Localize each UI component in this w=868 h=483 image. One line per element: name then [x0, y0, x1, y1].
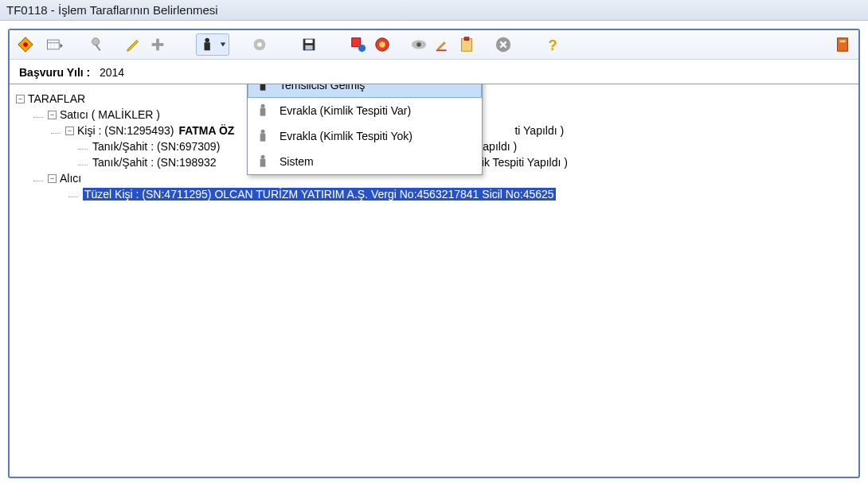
sign-icon[interactable]	[432, 33, 454, 56]
svg-rect-19	[305, 45, 312, 49]
svg-point-21	[358, 45, 366, 52]
svg-rect-27	[462, 39, 472, 52]
svg-rect-20	[352, 38, 361, 47]
svg-rect-33	[838, 38, 848, 52]
svg-rect-2	[47, 40, 59, 49]
svg-rect-40	[260, 108, 266, 116]
svg-rect-28	[464, 37, 469, 41]
svg-marker-6	[61, 44, 63, 49]
svg-point-12	[205, 38, 209, 43]
year-label: Başvuru Yılı :	[19, 66, 90, 79]
svg-rect-38	[260, 84, 266, 91]
svg-point-43	[261, 155, 265, 159]
compass-icon[interactable]	[14, 33, 37, 56]
svg-text:?: ?	[549, 37, 557, 53]
header-row: Başvuru Yılı : 2014	[10, 60, 858, 84]
svg-rect-42	[260, 134, 266, 142]
svg-rect-26	[436, 49, 447, 51]
svg-rect-13	[204, 42, 209, 50]
dropdown-item-sistem[interactable]: Sistem	[248, 149, 482, 174]
plus-icon[interactable]	[147, 33, 169, 56]
tree-view[interactable]: − TARAFLAR − Satıcı ( MALİKLER ) − Kişi …	[10, 84, 858, 477]
person-icon	[254, 128, 272, 144]
help-icon[interactable]: ?	[542, 33, 564, 56]
year-value: 2014	[100, 66, 124, 79]
person-icon	[254, 103, 272, 119]
pin-icon[interactable]	[86, 33, 108, 56]
svg-point-41	[261, 130, 265, 134]
collapse-icon[interactable]: −	[48, 111, 57, 119]
clipboard-icon[interactable]	[456, 33, 478, 56]
dropdown-item-temsilcisi[interactable]: Temsilcisi Gelmiş	[248, 84, 482, 98]
stamp-icon[interactable]	[371, 33, 393, 56]
main-frame: ? Başvuru Yılı : 2014 − TARAFLAR − Satıc…	[8, 29, 860, 478]
person-icon	[254, 154, 272, 169]
svg-rect-18	[305, 40, 312, 44]
dropdown-item-evrakla-var[interactable]: Evrakla (Kimlik Tespiti Var)	[248, 98, 482, 123]
toolbar: ?	[10, 30, 858, 60]
dropdown-item-evrakla-yok[interactable]: Evrakla (Kimlik Tespiti Yok)	[248, 123, 482, 149]
window-title: TF0118 - İşlem Taraflarının Belirlenmesi	[0, 0, 868, 21]
svg-marker-14	[220, 43, 225, 47]
svg-point-23	[379, 41, 385, 47]
svg-point-25	[416, 42, 421, 47]
person-dropdown-menu: Bizzat Gelmiş Temsilcisi Gelmiş Evrakla …	[247, 84, 483, 175]
svg-point-7	[92, 38, 100, 45]
orange-icon[interactable]	[831, 33, 854, 56]
save-icon[interactable]	[298, 33, 320, 56]
collapse-icon[interactable]: −	[65, 127, 74, 135]
close-icon[interactable]	[492, 33, 514, 56]
svg-line-8	[96, 45, 100, 50]
person-icon	[254, 84, 272, 93]
gear-icon[interactable]	[248, 33, 271, 56]
svg-rect-44	[260, 159, 266, 167]
person-dropdown-icon[interactable]	[196, 33, 229, 56]
calendar-icon[interactable]	[38, 33, 72, 56]
svg-point-39	[261, 104, 265, 108]
svg-rect-11	[152, 43, 164, 46]
svg-marker-9	[127, 41, 139, 52]
edit-icon[interactable]	[123, 33, 145, 56]
eye-icon[interactable]	[408, 33, 430, 56]
collapse-icon[interactable]: −	[48, 174, 57, 183]
group-icon[interactable]	[347, 33, 369, 56]
tree-buyer-entity[interactable]: Tüzel Kişi : (SN:4711295) OLCAN TURİZM Y…	[16, 186, 852, 202]
svg-rect-34	[839, 41, 845, 43]
svg-point-1	[23, 42, 28, 47]
svg-point-16	[257, 42, 262, 47]
collapse-icon[interactable]: −	[16, 95, 25, 103]
